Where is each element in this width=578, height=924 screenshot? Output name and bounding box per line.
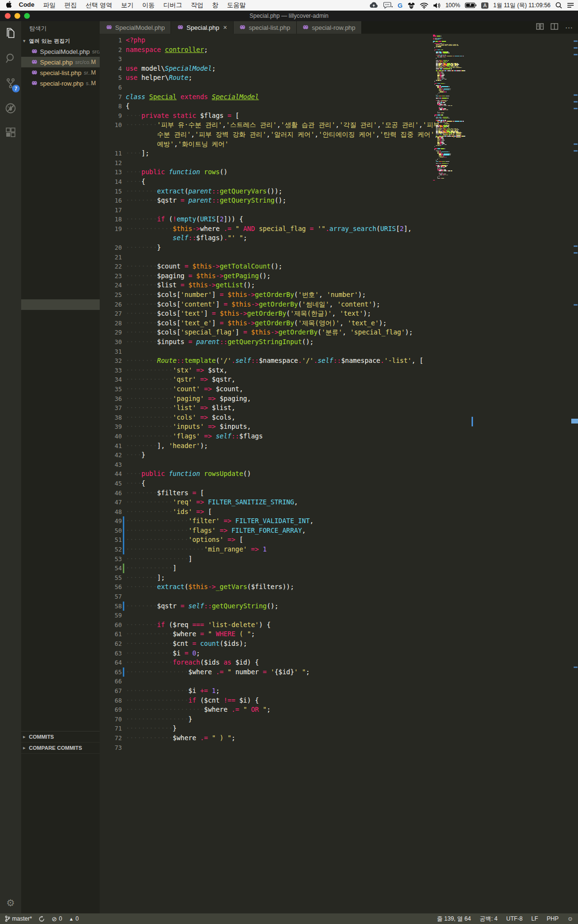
- chat-bubble-icon[interactable]: [383, 2, 393, 9]
- open-editor-SpecialModel.php[interactable]: SpecialModel.phpsrc/...: [21, 46, 100, 57]
- language-mode[interactable]: PHP: [547, 915, 559, 922]
- tab-special-row.php[interactable]: special-row.php: [297, 21, 361, 34]
- tree-item-Model.php[interactable]: [21, 362, 100, 373]
- tree-item-ModifyModel.php[interactable]: [21, 436, 100, 447]
- tree-item-README.md[interactable]: [21, 720, 100, 731]
- source-control-icon[interactable]: 7: [4, 77, 17, 90]
- panel-compare-commits[interactable]: ▸COMPARE COMMITS: [21, 743, 100, 754]
- menu-item-7[interactable]: 작업: [186, 1, 208, 10]
- tree-item-config.conf[interactable]: [21, 636, 100, 647]
- indent-setting[interactable]: 공백: 4: [480, 915, 498, 923]
- tree-item-LILLYCOVER-ADMIN[interactable]: [21, 89, 100, 99]
- tree-item-CosmeticsModel.php[interactable]: [21, 415, 100, 426]
- tree-item-Sms.php[interactable]: [21, 384, 100, 394]
- tree-item-fonts[interactable]: [21, 162, 100, 173]
- extensions-icon[interactable]: [4, 127, 17, 140]
- tree-item-Notice.php[interactable]: [21, 278, 100, 289]
- tree-item-core.php[interactable]: [21, 668, 100, 679]
- minimap[interactable]: [433, 35, 472, 181]
- tree-item-notice[interactable]: [21, 563, 100, 573]
- open-editors-header[interactable]: ▾ 열려 있는 편집기: [21, 36, 100, 46]
- tree-item-UserModel.php[interactable]: [21, 478, 100, 489]
- tree-item-public[interactable]: [21, 110, 100, 120]
- tree-item-index.php[interactable]: [21, 205, 100, 215]
- volume-icon[interactable]: [433, 2, 441, 9]
- close-window-button[interactable]: [5, 13, 11, 19]
- menu-item-8[interactable]: 창: [208, 1, 223, 10]
- open-editor-special-row.php[interactable]: special-row.phps...M: [21, 78, 100, 89]
- bee-icon[interactable]: [407, 2, 415, 9]
- tree-item-IngredientModel.php[interactable]: [21, 426, 100, 436]
- tree-item-template[interactable]: [21, 616, 100, 626]
- feedback-smiley-icon[interactable]: ☺: [567, 915, 573, 922]
- tree-item-modify[interactable]: [21, 552, 100, 563]
- tree-item-NoticeModel.php[interactable]: [21, 447, 100, 457]
- menu-item-0[interactable]: Code: [14, 1, 39, 10]
- wifi-icon[interactable]: [420, 2, 428, 9]
- search-icon[interactable]: [4, 52, 17, 64]
- open-changes-icon[interactable]: [536, 23, 544, 32]
- tree-item-chart[interactable]: [21, 500, 100, 510]
- tree-item-animate.min.css[interactable]: [21, 131, 100, 141]
- menu-item-3[interactable]: 선택 영역: [81, 1, 117, 10]
- tree-item-user[interactable]: [21, 626, 100, 636]
- tree-item-view[interactable]: [21, 489, 100, 500]
- tab-SpecialModel.php[interactable]: SpecialModel.php: [100, 21, 171, 34]
- zoom-window-button[interactable]: [24, 13, 30, 19]
- apple-menu-icon[interactable]: [4, 1, 14, 10]
- tree-item-Thumbnail.php[interactable]: [21, 394, 100, 405]
- tree-item-Cosmetics.php[interactable]: [21, 246, 100, 257]
- tree-item-cosmetics[interactable]: [21, 510, 100, 521]
- editor-body[interactable]: 1<?php2namespace controller;34use model\…: [100, 34, 578, 913]
- tree-item-Register.php[interactable]: [21, 289, 100, 299]
- tree-item-css[interactable]: [21, 120, 100, 131]
- tree-item-route.php[interactable]: [21, 689, 100, 700]
- sync-icon[interactable]: [39, 916, 45, 922]
- open-editor-special-list.php[interactable]: special-list.phpsr...M: [21, 67, 100, 78]
- tree-item-Ingredient.php[interactable]: [21, 257, 100, 268]
- panel-commits[interactable]: ▸COMMITS: [21, 732, 100, 743]
- explorer-icon[interactable]: [4, 27, 17, 39]
- tree-item-upload[interactable]: [21, 194, 100, 205]
- split-editor-icon[interactable]: [551, 23, 558, 32]
- menu-item-1[interactable]: 파일: [39, 1, 60, 10]
- cursor-position[interactable]: 줄 139, 열 64: [437, 915, 471, 923]
- tree-item-CkeditorUploader.php[interactable]: [21, 331, 100, 341]
- settings-gear-icon[interactable]: ⚙: [0, 897, 21, 909]
- tree-item-.gitignore[interactable]: [21, 700, 100, 710]
- tree-item-Route.php[interactable]: [21, 373, 100, 384]
- tree-item-constant.php[interactable]: [21, 657, 100, 668]
- input-source-indicator[interactable]: A: [481, 2, 488, 9]
- more-actions-icon[interactable]: ⋯: [565, 23, 573, 32]
- tree-item-Database.php[interactable]: [21, 341, 100, 352]
- spotlight-search-icon[interactable]: [555, 2, 562, 9]
- tree-item-config.php[interactable]: [21, 647, 100, 657]
- tree-item-ingredient[interactable]: [21, 541, 100, 552]
- notification-center-icon[interactable]: [567, 2, 574, 8]
- eol-setting[interactable]: LF: [531, 915, 538, 922]
- tree-item-Library.php[interactable]: [21, 352, 100, 362]
- menu-item-5[interactable]: 이동: [138, 1, 159, 10]
- tree-item-helper[interactable]: [21, 321, 100, 331]
- tree-item-Modify.php[interactable]: [21, 268, 100, 278]
- tree-item-special[interactable]: [21, 584, 100, 594]
- open-editor-Special.php[interactable]: Special.phpsrc/co...M: [21, 57, 100, 67]
- warning-count[interactable]: ▲0: [69, 915, 79, 922]
- tree-item-controller[interactable]: [21, 226, 100, 236]
- debug-icon[interactable]: [4, 102, 17, 115]
- menu-item-6[interactable]: 디버그: [159, 1, 186, 10]
- minimize-window-button[interactable]: [14, 13, 20, 19]
- logitech-g-icon[interactable]: G: [398, 2, 403, 9]
- tree-item-register[interactable]: [21, 573, 100, 584]
- encoding-setting[interactable]: UTF-8: [506, 915, 523, 922]
- error-count[interactable]: ⊘0: [52, 915, 62, 923]
- tree-item-cosmetics-list.php[interactable]: [21, 521, 100, 531]
- tree-item-User.php[interactable]: [21, 310, 100, 321]
- tree-item-cosmetics-row....[interactable]: [21, 531, 100, 541]
- tree-item-app.css[interactable]: [21, 141, 100, 152]
- git-branch-indicator[interactable]: master*: [5, 915, 32, 922]
- tree-item-special-row.php[interactable]: [21, 605, 100, 616]
- tab-special-list.php[interactable]: special-list.php: [234, 21, 296, 34]
- tree-item-lib.php[interactable]: [21, 679, 100, 689]
- menu-clock[interactable]: 1월 11일 (목) 11:09:56: [493, 1, 551, 10]
